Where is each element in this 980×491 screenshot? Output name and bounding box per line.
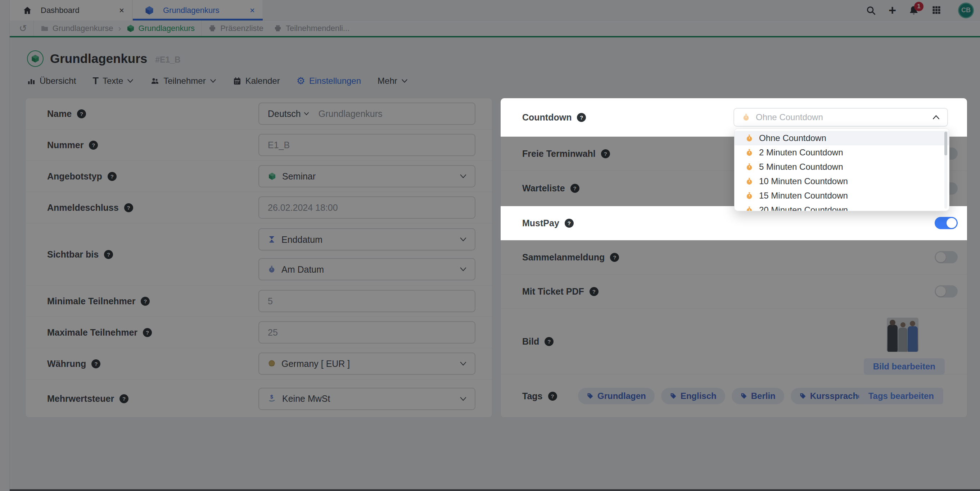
option-label: 15 Minuten Countdown: [759, 191, 848, 201]
tour-dim-overlay: [0, 0, 980, 491]
stopwatch-icon: [745, 191, 753, 200]
help-icon[interactable]: ?: [577, 113, 586, 122]
mustpay-toggle[interactable]: [935, 217, 958, 229]
countdown-placeholder: Ohne Countdown: [756, 112, 823, 122]
dropdown-option[interactable]: 2 Minuten Countdown: [735, 145, 949, 160]
option-label: Ohne Countdown: [759, 133, 826, 143]
dropdown-option[interactable]: 20 Minuten Countdown: [735, 203, 949, 211]
chevron-up-icon: [932, 115, 940, 120]
stopwatch-icon: [745, 148, 753, 157]
stopwatch-icon: [745, 162, 753, 171]
option-label: 20 Minuten Countdown: [759, 205, 848, 211]
option-label: 2 Minuten Countdown: [759, 148, 843, 157]
toggle-knob: [947, 218, 957, 228]
dropdown-option[interactable]: 10 Minuten Countdown: [735, 174, 949, 189]
stopwatch-icon: [742, 113, 750, 122]
dropdown-option[interactable]: 15 Minuten Countdown: [735, 189, 949, 203]
stopwatch-icon: [745, 134, 753, 143]
stopwatch-icon: [745, 206, 753, 211]
field-label: Countdown: [522, 112, 571, 123]
stopwatch-icon: [745, 177, 753, 186]
form-row-mustpay: MustPay?: [501, 206, 967, 240]
option-label: 10 Minuten Countdown: [759, 176, 848, 186]
countdown-select[interactable]: Ohne Countdown: [733, 108, 948, 127]
countdown-dropdown: Ohne Countdown 2 Minuten Countdown 5 Min…: [734, 129, 950, 211]
dropdown-option[interactable]: 5 Minuten Countdown: [735, 160, 949, 174]
dropdown-option[interactable]: Ohne Countdown: [735, 131, 949, 145]
help-icon[interactable]: ?: [565, 219, 574, 228]
scrollbar-thumb[interactable]: [944, 132, 947, 156]
field-label: MustPay: [522, 218, 559, 229]
option-label: 5 Minuten Countdown: [759, 162, 843, 172]
